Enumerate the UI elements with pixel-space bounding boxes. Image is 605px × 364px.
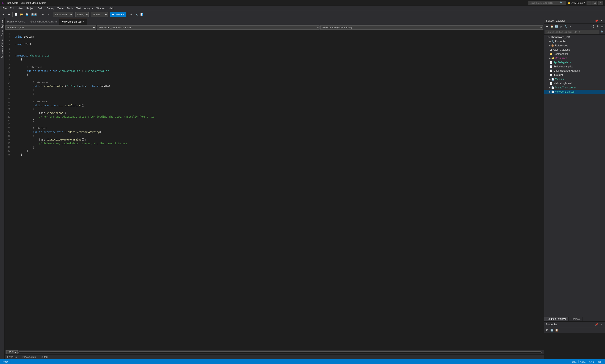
toolbox-panel-tab[interactable]: Toolbox [569,317,582,321]
window-controls[interactable]: — ❐ ✕ [587,1,603,5]
new-button[interactable]: 📄 [14,12,19,17]
code-editor[interactable]: 1234567891011121314151617181920212223242… [5,30,544,350]
settings-btn[interactable]: ⚙ [595,24,600,28]
properties-close-button[interactable]: ✕ [599,322,603,327]
properties-pin-button[interactable]: 📌 [594,322,598,327]
tree-item-gettingstarted[interactable]: 📄 GettingStarted.Xamarin [544,69,605,73]
sep5 [90,13,90,17]
close-button[interactable]: ✕ [598,1,603,5]
user-info: ⚠️ Amy Burns ▾ [568,1,585,4]
menu-file[interactable]: File [1,6,8,11]
namespace-selector[interactable]: Phoneword_iOS [5,26,96,30]
menu-window[interactable]: Window [95,6,107,11]
tree-label-mainstoryboard: Main.storyboard [554,82,572,85]
close-tab-icon[interactable]: ✕ [83,21,84,23]
breakpoints-tab[interactable]: Breakpoints [20,355,38,359]
zoom-select[interactable]: 100 % [6,350,18,354]
batch-build-dropdown[interactable]: Batch Build... [53,12,73,17]
categorized-view-btn[interactable]: ⊞ [545,328,549,332]
tree-item-properties[interactable]: ▶ 🔧 Properties [544,39,605,43]
tab-label: GettingStarted.Xamarin [30,20,57,23]
tool1[interactable]: ⚙ [128,12,133,17]
menu-view[interactable]: View [16,6,25,11]
tab-label: Main.storyboard [7,20,25,23]
open-button[interactable]: 📂 [19,12,24,17]
tool2[interactable]: 🔧 [134,12,139,17]
arrow-references: ▶ [549,45,551,47]
play-button[interactable]: ▶ Device ▾ [110,12,126,17]
menu-team[interactable]: Team [56,6,65,11]
undo-button[interactable]: ↩ [40,12,45,17]
sync-btn[interactable]: ⇄ [559,24,563,28]
error-list-tab[interactable]: Error List [5,355,20,359]
device-dropdown-icon: ▾ [123,13,124,16]
save-button[interactable]: 💾 [25,12,30,17]
restore-button[interactable]: ❐ [592,1,597,5]
pin-button[interactable]: 📌 [594,19,598,23]
arrow-root: ▼ [545,36,547,38]
close-panel-button[interactable]: ✕ [599,19,603,23]
status-ins: INS [596,360,603,363]
tree-item-references[interactable]: ▶ 📦 References [544,43,605,48]
menu-help[interactable]: Help [107,6,116,11]
tree-item-mainstoryboard[interactable]: 📄 Main.storyboard [544,81,605,86]
properties-page-btn[interactable]: 📋 [554,328,559,332]
menu-debug[interactable]: Debug [45,6,56,11]
output-tab[interactable]: Output [38,355,51,359]
redo-button[interactable]: ↪ [46,12,51,17]
search-icon[interactable]: 🔍 [600,30,604,34]
tree-item-root[interactable]: ▼ 🗂 Phoneword_iOS [544,35,605,39]
tree-item-infoplist[interactable]: 📄 Info.plist [544,73,605,77]
tree-item-asset-catalogs[interactable]: 🖼 Asset Catalogs [544,48,605,52]
sep6 [109,13,109,17]
collapse-btn[interactable]: ⬅ [545,24,549,28]
tree-item-components[interactable]: 📁 Components [544,52,605,56]
tab-viewcontroller[interactable]: ViewController.cs ✕ [59,19,87,25]
menu-project[interactable]: Project [25,6,36,11]
tab-main-storyboard[interactable]: Main.storyboard [5,19,28,25]
solution-explorer-panel-tab[interactable]: Solution Explorer [544,317,569,321]
search-input[interactable] [545,30,599,34]
tree-item-main[interactable]: ▶ 📄 Main.cs [544,77,605,81]
class-selector[interactable]: Phoneword_iOS.ViewController [97,26,320,30]
forward-button[interactable]: ➡ [6,12,11,17]
platform-dropdown[interactable]: iPhone [91,12,108,17]
menu-edit[interactable]: Edit [8,6,16,11]
properties-toolbar: ⊞ 🔤 📋 [544,327,605,333]
tree-item-resources[interactable]: ▶ 📁 Resources [544,56,605,60]
configuration-dropdown[interactable]: Debug [76,12,89,17]
tree-item-phonetranslator[interactable]: ▶ 📄 PhoneTranslator.cs [544,86,605,90]
tool3[interactable]: 📊 [139,12,144,17]
properties-controls: 📌 ✕ [594,322,603,327]
properties-title: Properties 📌 ✕ [544,322,605,327]
editor-tab-bar: Main.storyboard GettingStarted.Xamarin V… [5,18,544,25]
server-explorer-tab[interactable]: Server Explorer [0,18,4,38]
menu-test[interactable]: Test [75,6,83,11]
menu-build[interactable]: Build [36,6,45,11]
panel-tabs: Solution Explorer Toolbox [544,317,605,322]
horizontal-scrollbar[interactable] [18,351,541,353]
tab-getting-started[interactable]: GettingStarted.Xamarin [28,19,59,25]
editor-path-bar: Phoneword_iOS Phoneword_iOS.ViewControll… [5,25,544,30]
expand-btn[interactable]: ▬ [600,24,604,28]
method-selector[interactable]: ViewController(IntPtr handle) [320,26,543,30]
tree-item-appdelegate[interactable]: 📄 AppDelegate.cs [544,60,605,65]
tree-item-entitlements[interactable]: 📄 Entitlements.plist [544,65,605,69]
filter-btn[interactable]: ≡ [568,24,572,28]
menu-analyze[interactable]: Analyze [83,6,95,11]
quick-launch-box[interactable]: 🔍 [528,1,566,5]
code-text[interactable]: using System; using UIKit; namespace Pho… [13,30,544,350]
save-all-button[interactable]: 💾💾 [30,12,38,17]
back-button[interactable]: ⬅ [1,12,6,17]
props-btn[interactable]: 🔧 [564,24,568,28]
tree-item-viewcontroller[interactable]: ▶ 📄 ViewController.cs [544,90,605,94]
status-bar: Ready Ln 1 Col 1 Ch 1 INS [0,359,605,364]
menu-tools[interactable]: Tools [65,6,75,11]
alphabetical-view-btn[interactable]: 🔤 [550,328,554,332]
refresh-btn[interactable]: 🔄 [554,24,559,28]
document-outline-tab[interactable]: Document Outline [0,38,4,60]
home-btn[interactable]: 🏠 [550,24,554,28]
minimize-button[interactable]: — [587,1,592,5]
quick-launch-input[interactable] [529,2,559,4]
code-btn[interactable]: { } [591,24,595,28]
